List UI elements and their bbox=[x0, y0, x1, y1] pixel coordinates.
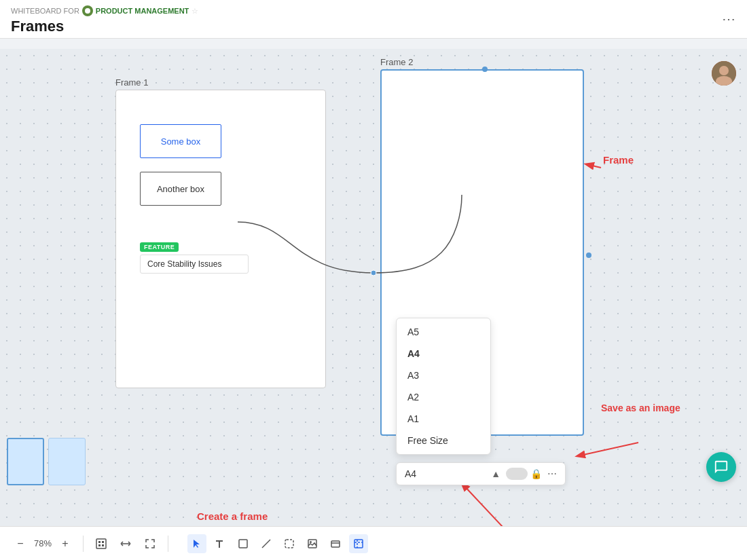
toolbar: − 78% + bbox=[0, 526, 747, 560]
frame-dot-right[interactable] bbox=[586, 253, 591, 258]
svg-line-5 bbox=[586, 164, 601, 168]
text-tool-button[interactable] bbox=[211, 534, 230, 553]
size-option-a1[interactable]: A1 bbox=[397, 408, 490, 430]
frame1: Some box Another box FEATURE Core Stabil… bbox=[115, 90, 326, 388]
svg-rect-11 bbox=[98, 544, 101, 546]
image-tool-button[interactable] bbox=[303, 534, 322, 553]
frame2-label: Frame 2 bbox=[380, 57, 413, 67]
frame-toolbar: A4 ▲ 🔒 ⋯ bbox=[396, 462, 566, 485]
size-option-a3[interactable]: A3 bbox=[397, 365, 490, 386]
svg-rect-21 bbox=[354, 540, 363, 548]
star-icon[interactable]: ☆ bbox=[192, 7, 198, 16]
feature-badge: FEATURE bbox=[140, 242, 179, 252]
size-dropdown: A5 A4 A3 A2 A1 Free Size bbox=[396, 318, 491, 455]
toolbar-separator-2 bbox=[168, 536, 168, 552]
svg-point-0 bbox=[85, 8, 90, 14]
svg-line-8 bbox=[462, 483, 513, 526]
svg-rect-10 bbox=[98, 541, 101, 543]
avatar bbox=[712, 61, 736, 86]
frame-chevron-up-button[interactable]: ▲ bbox=[488, 467, 503, 481]
svg-point-2 bbox=[719, 66, 729, 75]
zoom-out-button[interactable]: − bbox=[11, 534, 30, 553]
svg-rect-13 bbox=[102, 544, 104, 546]
feature-text: Core Stability Issues bbox=[140, 255, 249, 274]
frame-tool-button[interactable] bbox=[326, 534, 345, 553]
svg-rect-9 bbox=[96, 539, 106, 548]
map-tool-button[interactable] bbox=[92, 534, 111, 553]
frame-more-button[interactable]: ⋯ bbox=[545, 467, 560, 481]
zoom-in-button[interactable]: + bbox=[56, 534, 75, 553]
more-options-button[interactable]: ⋯ bbox=[722, 11, 736, 27]
rect-tool-button[interactable] bbox=[234, 534, 253, 553]
frame-toolbar-buttons: ▲ 🔒 ⋯ bbox=[488, 467, 565, 481]
size-option-a5[interactable]: A5 bbox=[397, 321, 490, 343]
some-box[interactable]: Some box bbox=[140, 124, 221, 158]
save-as-image-annotation: Save as an image bbox=[601, 402, 680, 414]
select-tool-button[interactable] bbox=[280, 534, 299, 553]
toolbar-separator-1 bbox=[83, 536, 84, 552]
product-icon bbox=[82, 5, 93, 16]
frame-size-label: A4 bbox=[397, 466, 488, 482]
size-option-free[interactable]: Free Size bbox=[397, 430, 490, 451]
canvas: Frame 1 Some box Another box FEATURE Cor… bbox=[0, 49, 747, 526]
another-box[interactable]: Another box bbox=[140, 172, 221, 206]
expand-tool-button[interactable] bbox=[141, 534, 160, 553]
crop-tool-button[interactable] bbox=[349, 534, 368, 553]
breadcrumb-text: WHITEBOARD FOR bbox=[11, 7, 79, 15]
frame-annotation: Frame bbox=[603, 154, 634, 166]
breadcrumb: WHITEBOARD FOR PRODUCT MANAGEMENT ☆ bbox=[11, 5, 736, 16]
svg-rect-12 bbox=[102, 541, 104, 543]
thumbnails bbox=[7, 438, 86, 485]
size-option-a4[interactable]: A4 bbox=[397, 343, 490, 365]
svg-line-15 bbox=[262, 540, 270, 548]
tools-right bbox=[187, 534, 368, 553]
annotation-svg bbox=[0, 49, 747, 526]
frame-toggle[interactable] bbox=[506, 468, 528, 480]
zoom-controls: − 78% + bbox=[11, 534, 75, 553]
cursor-tool-button[interactable] bbox=[187, 534, 206, 553]
svg-rect-16 bbox=[285, 540, 293, 548]
page-title: Frames bbox=[11, 18, 736, 35]
svg-point-4 bbox=[371, 270, 376, 276]
thumbnail-2[interactable] bbox=[48, 438, 86, 485]
svg-line-6 bbox=[577, 443, 638, 456]
thumbnail-1[interactable] bbox=[7, 438, 44, 485]
svg-rect-14 bbox=[239, 540, 247, 548]
zoom-level: 78% bbox=[34, 538, 52, 548]
svg-rect-19 bbox=[331, 541, 340, 547]
lock-icon: 🔒 bbox=[530, 468, 542, 479]
feature-badge-container: FEATURE Core Stability Issues bbox=[140, 240, 249, 274]
create-frame-annotation: Create a frame bbox=[197, 510, 268, 523]
product-name[interactable]: PRODUCT MANAGEMENT bbox=[96, 7, 189, 15]
frame1-label: Frame 1 bbox=[115, 77, 148, 88]
size-option-a2[interactable]: A2 bbox=[397, 386, 490, 408]
frame-dot-top[interactable] bbox=[482, 67, 488, 72]
chat-button[interactable] bbox=[706, 452, 736, 482]
line-tool-button[interactable] bbox=[257, 534, 276, 553]
svg-point-18 bbox=[310, 541, 312, 543]
connector-svg bbox=[0, 49, 747, 526]
fit-tool-button[interactable] bbox=[116, 534, 135, 553]
